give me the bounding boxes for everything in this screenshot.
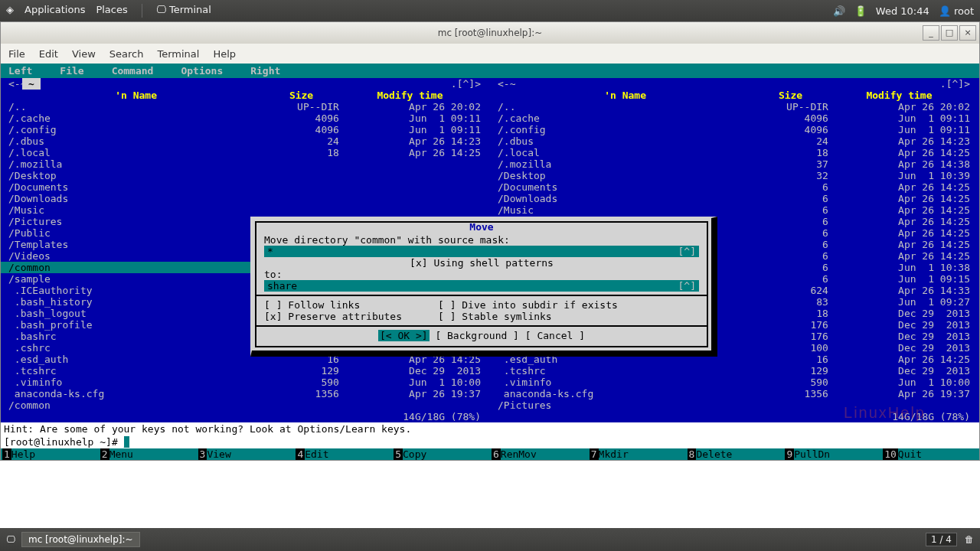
path-tab[interactable]: ~ bbox=[22, 78, 41, 90]
terminal-launcher[interactable]: 🖵 Terminal bbox=[156, 4, 211, 18]
mc-area: Left File Command Options Right ~ <-~.[^… bbox=[1, 64, 979, 460]
window-title: mc [root@linuxhelp]:~ bbox=[438, 28, 543, 38]
list-item[interactable]: /..UP--DIRApr 26 20:02 bbox=[1, 101, 488, 112]
list-item[interactable]: /Downloads6Apr 26 14:25 bbox=[490, 193, 978, 204]
col-size[interactable]: Size bbox=[263, 90, 339, 101]
list-item[interactable]: /Music6Apr 26 14:25 bbox=[490, 204, 978, 216]
list-item[interactable]: /.config4096Jun 1 09:11 bbox=[490, 124, 978, 135]
maximize-button[interactable]: □ bbox=[941, 25, 958, 41]
taskbar-entry[interactable]: mc [root@linuxhelp]:~ bbox=[21, 532, 140, 547]
preserve-attr-checkbox[interactable]: [x] Preserve attributes bbox=[264, 311, 402, 322]
list-item[interactable]: /.local18Apr 26 14:25 bbox=[490, 147, 978, 158]
path-marker: <-~ bbox=[498, 78, 515, 90]
list-item[interactable]: .viminfo590Jun 1 10:00 bbox=[490, 377, 978, 388]
follow-links-checkbox[interactable]: [ ] Follow links bbox=[264, 299, 360, 311]
sound-icon[interactable]: 🔊 bbox=[833, 5, 845, 17]
fkey-delete[interactable]: 8Delete bbox=[686, 448, 784, 460]
list-item[interactable]: .viminfo590Jun 1 10:00 bbox=[1, 377, 488, 388]
col-name[interactable]: Name bbox=[133, 90, 157, 101]
terminal-icon[interactable]: 🖵 bbox=[6, 534, 15, 545]
col-mtime[interactable]: Modify time bbox=[339, 90, 481, 101]
scroll-marker: .[^]> bbox=[940, 78, 970, 90]
list-item[interactable]: /.cache4096Jun 1 09:11 bbox=[1, 112, 488, 124]
close-button[interactable]: × bbox=[959, 25, 976, 41]
list-item[interactable]: /Music bbox=[1, 204, 488, 216]
gnome-top-panel: ◈ Applications Places 🖵 Terminal 🔊 🔋 Wed… bbox=[0, 0, 980, 21]
mc-menu-right[interactable]: Right bbox=[250, 65, 280, 77]
ok-button[interactable]: [< OK >] bbox=[378, 330, 430, 341]
col-mtime[interactable]: Modify time bbox=[828, 90, 970, 101]
history-icon[interactable]: [^] bbox=[678, 246, 696, 257]
list-item[interactable]: /.dbus24Apr 26 14:23 bbox=[1, 135, 488, 147]
panel-current: /common bbox=[1, 399, 488, 411]
background-button[interactable]: [ Background ] bbox=[435, 330, 519, 341]
fkey-mkdir[interactable]: 7Mkdir bbox=[588, 448, 686, 460]
list-item[interactable]: anaconda-ks.cfg1356Apr 26 19:37 bbox=[1, 388, 488, 399]
menu-help[interactable]: Help bbox=[213, 48, 236, 60]
list-item[interactable]: /.local18Apr 26 14:25 bbox=[1, 147, 488, 158]
move-prompt: Move directory "common" with source mask… bbox=[264, 234, 699, 246]
fkey-view[interactable]: 3View bbox=[197, 448, 295, 460]
fkey-help[interactable]: 1Help bbox=[1, 448, 99, 460]
list-item[interactable]: /.cache4096Jun 1 09:11 bbox=[490, 112, 978, 124]
cancel-button[interactable]: [ Cancel ] bbox=[525, 330, 585, 341]
list-item[interactable]: /.mozilla37Apr 26 14:38 bbox=[490, 158, 978, 170]
fkey-quit[interactable]: 10Quit bbox=[881, 448, 979, 460]
fkey-copy[interactable]: 5Copy bbox=[392, 448, 490, 460]
menu-search[interactable]: Search bbox=[109, 48, 144, 60]
mc-menu-left[interactable]: Left bbox=[8, 65, 32, 77]
applications-menu[interactable]: Applications bbox=[24, 4, 85, 18]
window-titlebar[interactable]: mc [root@linuxhelp]:~ _ □ × bbox=[1, 22, 979, 44]
mc-menu-file[interactable]: File bbox=[60, 65, 83, 77]
list-item[interactable]: /Downloads bbox=[1, 193, 488, 204]
minimize-button[interactable]: _ bbox=[923, 25, 939, 41]
menu-view[interactable]: View bbox=[72, 48, 96, 60]
mc-menu-options[interactable]: Options bbox=[181, 65, 223, 77]
destination-input[interactable]: share[^] bbox=[264, 280, 699, 292]
list-item[interactable]: /Documents6Apr 26 14:25 bbox=[490, 181, 978, 193]
places-menu[interactable]: Places bbox=[96, 4, 127, 18]
list-item[interactable]: /.dbus24Apr 26 14:23 bbox=[490, 135, 978, 147]
terminal-window: mc [root@linuxhelp]:~ _ □ × FileEditView… bbox=[0, 21, 980, 461]
col-name[interactable]: Name bbox=[622, 90, 646, 101]
hat-icon: ◈ bbox=[6, 4, 14, 18]
menu-terminal[interactable]: Terminal bbox=[157, 48, 199, 60]
stable-symlinks-checkbox[interactable]: [ ] Stable symlinks bbox=[438, 311, 552, 322]
fkey-edit[interactable]: 4Edit bbox=[294, 448, 392, 460]
history-icon[interactable]: [^] bbox=[678, 280, 696, 292]
col-size[interactable]: Size bbox=[753, 90, 828, 101]
list-item[interactable]: /Desktop bbox=[1, 170, 488, 181]
list-item[interactable]: anaconda-ks.cfg1356Apr 26 19:37 bbox=[490, 388, 978, 399]
col-n[interactable]: 'n bbox=[604, 90, 616, 101]
fkey-menu[interactable]: 2Menu bbox=[99, 448, 197, 460]
list-item[interactable]: /.mozilla bbox=[1, 158, 488, 170]
dive-subdir-checkbox[interactable]: [ ] Dive into subdir if exists bbox=[438, 299, 618, 311]
trash-icon[interactable]: 🗑 bbox=[965, 534, 974, 545]
source-mask-input[interactable]: *[^] bbox=[264, 246, 699, 257]
shell-prompt[interactable]: [root@linuxhelp ~]# _ bbox=[1, 435, 979, 448]
function-keys: 1Help2Menu3View4Edit5Copy6RenMov7Mkdir8D… bbox=[1, 448, 979, 460]
hint-line: Hint: Are some of your keys not working?… bbox=[1, 422, 979, 435]
disk-usage: 14G/18G (78%) bbox=[403, 411, 481, 422]
scroll-marker: .[^]> bbox=[451, 78, 481, 90]
list-item[interactable]: /..UP--DIRApr 26 20:02 bbox=[490, 101, 978, 112]
mc-menu[interactable]: Left File Command Options Right bbox=[1, 64, 979, 78]
user-menu[interactable]: 👤 root bbox=[939, 5, 974, 17]
to-label: to: bbox=[264, 269, 699, 280]
fkey-renmov[interactable]: 6RenMov bbox=[490, 448, 588, 460]
shell-patterns-checkbox[interactable]: [x] Using shell patterns bbox=[264, 257, 699, 269]
list-item[interactable]: /Documents bbox=[1, 181, 488, 193]
menu-edit[interactable]: Edit bbox=[39, 48, 58, 60]
fkey-pulldn[interactable]: 9PullDn bbox=[783, 448, 881, 460]
col-n[interactable]: 'n bbox=[115, 90, 127, 101]
workspace-indicator[interactable]: 1 / 4 bbox=[926, 533, 957, 546]
list-item[interactable]: .tcshrc129Dec 29 2013 bbox=[490, 365, 978, 377]
gnome-bottom-panel: 🖵 mc [root@linuxhelp]:~ 1 / 4 🗑 bbox=[0, 528, 980, 551]
clock[interactable]: Wed 10:44 bbox=[876, 5, 929, 17]
list-item[interactable]: .tcshrc129Dec 29 2013 bbox=[1, 365, 488, 377]
mc-menu-command[interactable]: Command bbox=[112, 65, 154, 77]
list-item[interactable]: /Desktop32Jun 1 10:39 bbox=[490, 170, 978, 181]
list-item[interactable]: /.config4096Jun 1 09:11 bbox=[1, 124, 488, 135]
battery-icon[interactable]: 🔋 bbox=[854, 5, 867, 17]
menu-file[interactable]: File bbox=[8, 48, 25, 60]
